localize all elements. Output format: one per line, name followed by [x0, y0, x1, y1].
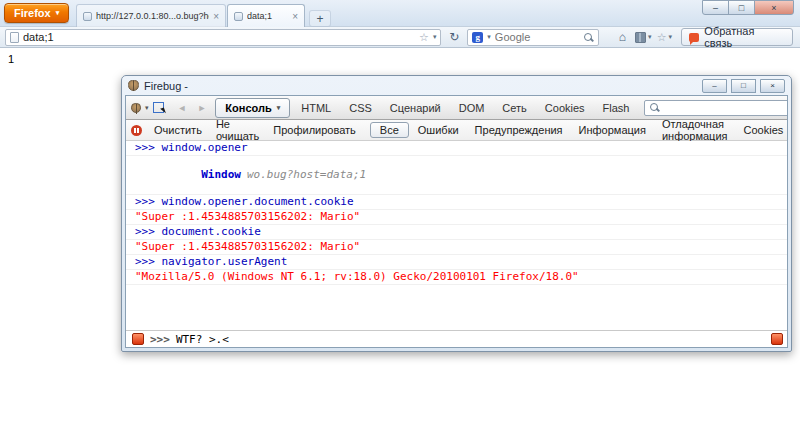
firebug-bug-icon: [128, 80, 139, 91]
browser-window: Firefox ▾ http://127.0.0.1:80...o.bug?ho…: [0, 0, 800, 427]
firefox-menu-label: Firefox: [14, 7, 51, 19]
firebug-win-maximize-button[interactable]: □: [731, 79, 756, 93]
console-command-echo: >>> window.opener.document.cookie: [126, 195, 787, 210]
firebug-menu-dropdown-icon[interactable]: ▾: [145, 104, 149, 112]
search-engine-dropdown-icon[interactable]: ▾: [487, 33, 491, 41]
new-tab-button[interactable]: +: [309, 10, 331, 27]
page-identity-icon[interactable]: [10, 32, 19, 43]
firebug-window: Firebug - – □ × ▾ ◄ ► Консоль ▾ HTML CSS: [121, 75, 792, 352]
minimize-button[interactable]: –: [702, 0, 729, 15]
reload-button[interactable]: ↻: [445, 28, 463, 46]
tab-css[interactable]: CSS: [342, 99, 379, 117]
tab-favicon: [234, 12, 243, 21]
filter-info[interactable]: Информация: [572, 122, 653, 138]
persist-button[interactable]: Не очищать: [210, 116, 265, 144]
url-dropdown-icon[interactable]: ▾: [433, 33, 437, 41]
url-bar[interactable]: ☆ ▾: [5, 29, 441, 46]
google-engine-icon[interactable]: g: [472, 32, 483, 43]
clear-button[interactable]: Очистить: [148, 122, 208, 138]
search-icon: [649, 102, 660, 113]
firefox-menu-button[interactable]: Firefox ▾: [4, 3, 69, 23]
feedback-bubble-icon: [689, 33, 699, 42]
filter-debug-info[interactable]: Отладочная информация: [655, 116, 735, 144]
console-string-result: "Mozilla/5.0 (Windows NT 6.1; rv:18.0) G…: [126, 270, 787, 285]
filter-all[interactable]: Все: [370, 122, 409, 138]
history-forward-icon[interactable]: ►: [197, 103, 209, 113]
console-command-echo: >>> window.opener: [126, 141, 787, 156]
window-object-link[interactable]: Window: [201, 168, 241, 181]
tab-favicon: [83, 12, 92, 21]
tab-html[interactable]: HTML: [294, 99, 338, 117]
history-back-icon[interactable]: ◄: [178, 103, 190, 113]
page-body-text: 1: [8, 53, 14, 65]
home-button[interactable]: ⌂: [613, 28, 631, 46]
console-command-echo: >>> navigator.userAgent: [126, 255, 787, 270]
firebug-commandline[interactable]: >>> WTF? >.<: [126, 330, 787, 347]
firebug-client-area: ▾ ◄ ► Консоль ▾ HTML CSS Сценарий DOM Се…: [125, 95, 788, 348]
tab-close-icon[interactable]: ×: [213, 11, 219, 22]
filter-errors[interactable]: Ошибки: [411, 122, 466, 138]
window-object-location: wo.bug?host=data;1: [247, 168, 366, 181]
tab-flash[interactable]: Flash: [596, 99, 637, 117]
console-toolbar: Очистить Не очищать Профилировать Все Ош…: [126, 120, 787, 141]
tab-cookies[interactable]: Cookies: [538, 99, 592, 117]
console-object-result: Windowwo.bug?host=data;1: [126, 156, 787, 195]
tab-console-label: Консоль: [225, 102, 271, 114]
commandline-popup-button[interactable]: [771, 333, 783, 345]
tab-script[interactable]: Сценарий: [383, 99, 448, 117]
console-command-echo: >>> document.cookie: [126, 225, 787, 240]
url-input[interactable]: [23, 31, 415, 43]
tab-data-page[interactable]: data;1 ×: [227, 4, 305, 27]
break-on-errors-icon[interactable]: [131, 125, 142, 136]
chevron-down-icon: ▾: [648, 33, 652, 41]
firebug-titlebar[interactable]: Firebug - – □ ×: [122, 76, 791, 95]
home-icon: ⌂: [619, 30, 626, 44]
feedback-label: Обратная связь: [704, 25, 785, 49]
commandline-prompt: >>>: [150, 333, 170, 346]
close-button[interactable]: ×: [754, 0, 794, 15]
commandline-text[interactable]: WTF? >.<: [176, 333, 229, 346]
console-string-result: "Super :1.4534885703156202: Mario": [126, 240, 787, 255]
firebug-win-minimize-button[interactable]: –: [702, 79, 727, 93]
firebug-search-box[interactable]: [644, 100, 788, 116]
tab-net[interactable]: Сеть: [495, 99, 533, 117]
chevron-down-icon: ▾: [669, 33, 673, 41]
filter-warnings[interactable]: Предупреждения: [468, 122, 570, 138]
tab-strip: http://127.0.0.1:80...o.bug?host=data;1 …: [76, 4, 331, 27]
errors-indicator-icon[interactable]: [132, 333, 144, 345]
tab-close-icon[interactable]: ×: [292, 11, 298, 22]
console-log: >>> window.opener Windowwo.bug?host=data…: [126, 141, 787, 330]
tab-bug-page[interactable]: http://127.0.0.1:80...o.bug?host=data;1 …: [76, 4, 226, 27]
bookmark-star-icon[interactable]: ☆: [419, 32, 429, 43]
firebug-window-title: Firebug -: [144, 80, 188, 92]
navigation-bar: ☆ ▾ ↻ g ▾ ⌂ ▾ ☆▾ Обратная связь: [0, 27, 800, 48]
toolbar-icons: ⌂ ▾ ☆▾: [613, 28, 673, 46]
console-string-result: "Super :1.4534885703156202: Mario": [126, 210, 787, 225]
firebug-search-input[interactable]: [663, 102, 787, 113]
firebug-win-close-button[interactable]: ×: [760, 79, 785, 93]
console-options-dropdown-icon[interactable]: ▾: [277, 104, 281, 112]
search-input[interactable]: [495, 31, 579, 43]
bookmarks-star-icon: ☆: [657, 32, 667, 43]
bookmarks-menu-button[interactable]: ☆▾: [655, 28, 673, 46]
tab-title: http://127.0.0.1:80...o.bug?host=data;1: [96, 11, 209, 21]
search-go-icon[interactable]: [583, 32, 594, 43]
inspect-element-icon[interactable]: [153, 102, 164, 113]
downloads-icon: [635, 32, 646, 43]
downloads-button[interactable]: ▾: [634, 28, 652, 46]
maximize-button[interactable]: □: [728, 0, 755, 15]
tab-title: data;1: [247, 11, 288, 21]
search-bar[interactable]: g ▾: [467, 29, 599, 46]
tab-console[interactable]: Консоль ▾: [215, 98, 290, 118]
chevron-down-icon: ▾: [56, 9, 60, 17]
browser-titlebar: Firefox ▾ http://127.0.0.1:80...o.bug?ho…: [0, 0, 800, 27]
profile-button[interactable]: Профилировать: [267, 122, 362, 138]
filter-cookies[interactable]: Cookies: [737, 122, 788, 138]
firebug-menu-icon[interactable]: [131, 103, 141, 113]
window-controls: – □ ×: [703, 0, 794, 15]
tab-dom[interactable]: DOM: [452, 99, 492, 117]
feedback-button[interactable]: Обратная связь: [681, 28, 793, 46]
